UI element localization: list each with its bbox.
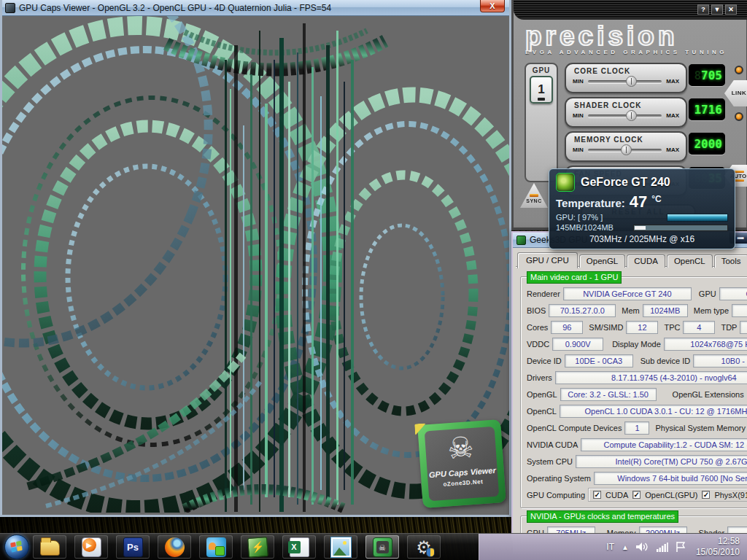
vddc-field[interactable]: 0.900V	[552, 338, 603, 351]
sync-button[interactable]: SYNC	[520, 183, 548, 208]
taskbar: ▶ Ps ⚡ X ☠ ⚙ IT ▲ 12:58 15/05/2010	[0, 533, 747, 560]
minimize-button[interactable]: ▼	[711, 4, 723, 15]
cuda-row: NVIDIA CUDA Compute Capability:1.2 - CUD…	[525, 438, 747, 451]
photoshop-button[interactable]: Ps	[116, 535, 150, 559]
network-icon[interactable]	[657, 542, 668, 552]
gpu-caps-viewer-button[interactable]: ☠	[365, 535, 399, 559]
field-label: TDP	[715, 323, 740, 332]
main-video-card-group: Main video card - 1 GPU Renderer NVIDIA …	[520, 276, 747, 508]
system-tray: IT ▲ 12:58 15/05/2010	[479, 534, 747, 560]
excel-button[interactable]: X	[282, 535, 316, 559]
clock[interactable]: 12:58 15/05/2010	[693, 536, 740, 558]
demo-titlebar[interactable]: GPU Caps Viewer - OpenGL 3.2 - OpenCL GP…	[2, 0, 509, 16]
max-label: MAX	[666, 147, 679, 153]
cuda-field[interactable]: Compute Capability:1.2 - CUDA SM: 12 @ 1…	[581, 438, 747, 451]
field-label: System CPU	[525, 457, 576, 466]
volume-icon[interactable]	[636, 542, 649, 552]
group-label: NVIDIA - GPUs clocks and temperatures	[527, 510, 678, 523]
gpu-caps-logo: ☠ GPU Caps Viewer oZone3D.Net	[417, 419, 506, 508]
mem-type-field[interactable]: GD	[732, 304, 747, 317]
book-icon: ⚡	[247, 537, 268, 558]
gpu-field[interactable]: GT21	[719, 287, 747, 300]
memory-clock-led: 8888 2000	[689, 133, 725, 155]
tab-opengl[interactable]: OpenGL	[579, 254, 625, 268]
renderer-field[interactable]: NVIDIA GeForce GT 240	[563, 287, 692, 300]
field-label: Drivers	[525, 373, 555, 382]
caps-app-icon	[516, 236, 526, 245]
image-viewer-button[interactable]	[324, 535, 357, 559]
field-label: Cores	[525, 323, 551, 332]
sm-field[interactable]: 12	[626, 321, 658, 334]
memory-clock-label: MEMORY CLOCK	[574, 136, 686, 144]
gpu-caps-logo-inner: ☠ GPU Caps Viewer oZone3D.Net	[425, 427, 499, 501]
group-label: Main video card - 1 GPU	[527, 271, 622, 284]
sub-device-id-field[interactable]: 10B0 - 0801	[693, 354, 747, 368]
checkbox-physx[interactable]: ✓	[702, 491, 710, 499]
media-player-button[interactable]: ▶	[74, 535, 108, 559]
opencl-row: OpenCL OpenCL 1.0 CUDA 3.0.1 - CU: 12 @ …	[525, 404, 747, 418]
checkbox-opencl[interactable]: ✓	[632, 491, 640, 499]
messenger-button[interactable]	[199, 535, 233, 559]
field-label: Mem type	[688, 306, 732, 315]
cpu-field[interactable]: Intel(R) Core(TM) CPU 750 @ 2.67GH	[576, 455, 747, 468]
tab-cuda[interactable]: CUDA	[627, 254, 665, 268]
opencl-field[interactable]: OpenCL 1.0 CUDA 3.0.1 - CU: 12 @ 1716MHz…	[560, 405, 747, 418]
gpu-status-tooltip: GeForce GT 240 Temperature: 47 °C GPU: […	[549, 168, 735, 249]
tpc-field[interactable]: 4	[683, 321, 715, 334]
core-clock-led: 8888 705	[689, 64, 725, 86]
reader-button[interactable]: ⚡	[241, 535, 274, 559]
gpu-load-bar	[667, 214, 728, 222]
mem-field[interactable]: 1024MB	[643, 304, 688, 317]
field-label: Sub device ID	[633, 357, 693, 365]
gpu-load-label: GPU: [ 97% ]	[556, 213, 603, 222]
explorer-button[interactable]	[33, 535, 66, 559]
field-label: OpenCL	[525, 407, 560, 416]
shader-clock-thumb[interactable]	[626, 110, 637, 121]
sync-led	[530, 194, 538, 197]
memory-clock-thumb[interactable]	[621, 144, 632, 155]
tray-expand-icon[interactable]: ▲	[622, 543, 629, 551]
core-clock-track[interactable]	[588, 80, 662, 83]
excel-icon: X	[290, 537, 309, 557]
action-center-flag-icon[interactable]	[676, 542, 686, 552]
display-mode-field[interactable]: 747x560@75 Hz-32	[664, 338, 747, 351]
checkbox-cuda[interactable]: ✓	[593, 491, 601, 499]
drivers-field[interactable]: 8.17.11.9745 (4-3-2010) - nvoglv64	[555, 371, 747, 384]
demo-window: GPU Caps Viewer - OpenGL 3.2 - OpenCL GP…	[0, 0, 511, 517]
start-button[interactable]	[4, 534, 29, 559]
os-field[interactable]: Windows 7 64-bit build 7600 [No Service …	[594, 472, 747, 485]
link-led-top	[735, 66, 743, 74]
cores-field[interactable]: 96	[551, 321, 583, 334]
min-label: MIN	[573, 112, 584, 119]
opengl-extensions-link[interactable]: OpenGL Extensions	[657, 390, 747, 399]
shader-clock-track[interactable]	[588, 114, 662, 117]
firefox-button[interactable]	[158, 535, 191, 559]
tdp-field[interactable]	[740, 321, 747, 334]
device-id-field[interactable]: 10DE - 0CA3	[565, 354, 633, 368]
admin-tool-button[interactable]: ⚙	[407, 535, 441, 559]
close-icon[interactable]: ✕	[725, 4, 737, 15]
field-label: NVIDIA CUDA	[525, 440, 581, 449]
vddc-row: VDDC 0.900V Display Mode 747x560@75 Hz-…	[525, 337, 747, 351]
field-label: Renderer	[525, 289, 563, 298]
link-button[interactable]: LINK	[724, 80, 747, 106]
help-button[interactable]: ?	[697, 4, 709, 15]
gpu-caps-viewer-window: Geeks3D GPU Caps Viewer - GPU1: 47°C ▬ ❐…	[511, 231, 747, 540]
opengl-field[interactable]: Core: 3.2 - GLSL: 1.50	[560, 388, 657, 401]
precision-header[interactable]: ? ▼ ✕	[514, 0, 747, 20]
core-clock-thumb[interactable]	[626, 76, 637, 87]
opencl-devices-field[interactable]: 1	[624, 421, 649, 435]
temperature-value: 47	[630, 192, 647, 211]
memory-clock-track[interactable]	[588, 149, 662, 152]
tab-gpu-cpu[interactable]: GPU / CPU	[517, 252, 578, 268]
taskbar-icons: ▶ Ps ⚡ X ☠ ⚙	[29, 535, 441, 559]
bios-field[interactable]: 70.15.27.0.0	[549, 304, 616, 317]
tab-opencl[interactable]: OpenCL	[667, 254, 713, 268]
language-indicator[interactable]: IT	[606, 542, 614, 552]
messenger-icon	[206, 537, 226, 557]
close-button[interactable]: X	[480, 0, 505, 12]
gpu1-button[interactable]: 1	[530, 76, 553, 104]
logo-site: oZone3D.Net	[428, 478, 498, 489]
demo-app-icon	[5, 3, 15, 13]
tab-tools[interactable]: Tools	[714, 254, 747, 268]
